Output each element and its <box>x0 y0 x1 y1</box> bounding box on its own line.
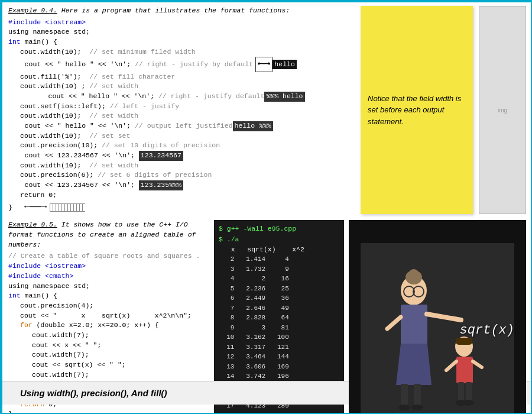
table-row: 14 3.742 196 <box>219 371 339 381</box>
code-line-9: cout.setf(ios::left); // left - justify <box>8 102 355 112</box>
svg-point-4 <box>409 269 419 279</box>
example1-title: Example 9.4. Here is a program that illu… <box>8 6 355 16</box>
ex2-line-5: cout.precision(4); <box>8 301 209 311</box>
ex2-line-8: cout.width(7); <box>8 331 209 341</box>
sticky-text: Notice that the field width is set befor… <box>368 93 466 128</box>
ex2-line-7: for (double x=2.0; x<=20.0; x++) { <box>8 321 209 331</box>
code-line-12: cout.width(10); // set set <box>8 131 355 141</box>
cartoon-block: sqrt(x) ©Andrew Matthews <box>349 220 526 414</box>
code-line-2: using namespace std; <box>8 27 355 37</box>
ex2-line-6: cout << " x sqrt(x) x^2\n\n"; <box>8 311 209 321</box>
svg-rect-17 <box>456 338 472 345</box>
example1-number: Example 9.4. <box>8 7 57 14</box>
code-line-16: cout.precision(6); // set 6 digits of pr… <box>8 170 355 180</box>
code-line-4: cout.width(10); // set minimum filed wid… <box>8 47 355 57</box>
ex2-line-3: using namespace std; <box>8 282 209 292</box>
code-line-3: int main() { <box>8 37 355 47</box>
ex2-line-16: } <box>8 409 209 414</box>
example2-title: Example 9.5. It shows how to use the C++… <box>8 220 209 250</box>
code-line-7: cout.width(10) ; // set width <box>8 82 355 92</box>
svg-point-11 <box>398 405 410 410</box>
ex2-line-4: int main() { <box>8 291 209 301</box>
ex2-line-10: cout.width(7); <box>8 350 209 360</box>
ruler-icon <box>50 203 85 212</box>
svg-rect-10 <box>414 384 421 407</box>
code-line-18: return 0; <box>8 190 355 200</box>
code-line-15: cout.width(10); // set width <box>8 161 355 171</box>
example2-number: Example 9.5. <box>8 221 57 228</box>
table-row: 7 2.646 49 <box>219 303 339 313</box>
left-arrow-icon: ←——→ <box>24 200 47 214</box>
code-line-8: cout << " hello " << '\n'; // right - ju… <box>8 92 355 102</box>
code-line-10: cout.width(10); // set width <box>8 111 355 121</box>
table-row: 13 3.606 169 <box>219 362 339 372</box>
table-row: 4 2 16 <box>219 274 339 284</box>
highlight-num-1: 123.234567 <box>139 151 183 161</box>
highlight-hello-3: hello %%% <box>233 121 273 131</box>
svg-point-24 <box>463 400 474 406</box>
table-row: 11 3.317 121 <box>219 342 339 352</box>
sticky-note: Notice that the field width is set befor… <box>361 6 473 214</box>
ex2-line-2: #include <cmath> <box>8 271 209 282</box>
svg-point-12 <box>411 405 423 410</box>
code-line-14: cout << 123.234567 << '\n'; 123.234567 <box>8 151 355 161</box>
arrow-line: cout << " hello " << '\n'; // right - ju… <box>8 57 355 72</box>
table-row: 10 3.162 100 <box>219 332 339 342</box>
svg-marker-8 <box>396 344 432 385</box>
table-row: 6 2.449 36 <box>219 293 339 303</box>
sqrt-label: sqrt(x) <box>460 323 514 338</box>
terminal-cmd1: $ g++ -Wall e95.cpp <box>219 224 339 234</box>
example2-comment: // Create a table of square roots and sq… <box>8 251 209 261</box>
example1-desc: Here is a program that illustrates the f… <box>61 7 290 14</box>
ex2-line-9: cout << x << " "; <box>8 341 209 351</box>
example1-code: Example 9.4. Here is a program that illu… <box>8 6 355 214</box>
main-content: Example 9.4. Here is a program that illu… <box>2 2 532 381</box>
ruler-row: } ←——→ <box>8 200 355 214</box>
svg-rect-22 <box>466 382 472 403</box>
svg-rect-9 <box>401 384 408 407</box>
code-line-1: #include <iostream> <box>8 18 355 28</box>
table-row: 18 4.243 324 <box>219 410 339 414</box>
terminal-cmd2: $ ./a <box>219 234 339 244</box>
top-section: Example 9.4. Here is a program that illu… <box>8 6 526 214</box>
code-line-17: cout << 123.234567 << '\n'; 123.235%%% <box>8 180 355 190</box>
arrow-double-icon: ⟵⟶ <box>255 57 273 72</box>
svg-rect-5 <box>401 305 427 346</box>
table-row: 3 1.732 9 <box>219 264 339 274</box>
code-line-6: cout.fill('%'); // set fill character <box>8 72 355 82</box>
table-row: 5 2.236 25 <box>219 284 339 294</box>
code-line-13: cout.precision(10); // set 10 digits of … <box>8 141 355 151</box>
terminal-header: x sqrt(x) x^2 <box>219 244 339 254</box>
svg-rect-21 <box>458 382 464 403</box>
ex2-line-1: #include <iostream> <box>8 261 209 271</box>
footer-title: Using width(), precision(), And fill() <box>20 388 167 398</box>
ex2-line-11: cout << sqrt(x) << " "; <box>8 360 209 370</box>
table-row: 12 3.464 144 <box>219 352 339 362</box>
ex2-line-12: cout.width(7); <box>8 370 209 380</box>
highlight-num-2: 123.235%%% <box>139 180 183 190</box>
placeholder-image: img <box>479 6 526 214</box>
highlight-hello-2: %%% hello <box>264 92 304 102</box>
table-row: 9 3 81 <box>219 323 339 333</box>
highlight-hello-1: hello <box>273 60 297 70</box>
table-row: 8 2.828 64 <box>219 313 339 323</box>
svg-rect-18 <box>456 357 473 383</box>
code-line-11: cout << " hello " << '\n'; // output lef… <box>8 121 355 131</box>
table-row: 2 1.414 4 <box>219 254 339 264</box>
